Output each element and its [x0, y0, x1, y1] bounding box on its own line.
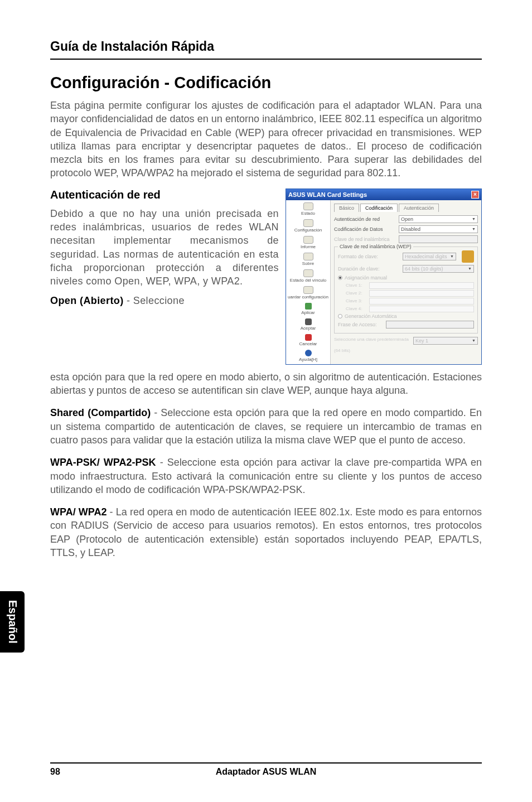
codificacion-datos-dropdown[interactable]: Disabled ▼: [399, 225, 478, 233]
sidebar-label: Cancelar: [299, 341, 317, 346]
bottom-note: Seleccione una clave predeterminada Key …: [334, 337, 478, 345]
radio-label: Asignación manual: [345, 275, 387, 281]
accept-icon: [305, 318, 312, 325]
sidebar-item-configuracion[interactable]: Configuración: [287, 219, 329, 233]
two-column-block: Autenticación de red Debido a que no hay…: [50, 189, 482, 365]
status-icon: [303, 202, 313, 210]
sidebar-item-cancelar[interactable]: Cancelar: [287, 334, 329, 346]
note-text: Seleccione una clave predeterminada: [334, 337, 409, 345]
wpapsk-bold: WPA-PSK/ WPA2-PSK: [50, 457, 156, 468]
shared-bold: Shared (Compartido): [50, 407, 151, 418]
clave-1-input: [369, 282, 474, 289]
config-icon: [303, 219, 313, 227]
radio-auto: Generación Automática: [338, 313, 474, 319]
sidebar-label: Estado del vínculo: [290, 278, 326, 283]
dialog-tabs: Básico Codificación Autenticación: [334, 204, 478, 212]
field-label: Clave de red inalámbrica: [334, 236, 395, 242]
header-divider: [50, 59, 482, 60]
frase-acceso-input: [386, 321, 474, 328]
field-frase-acceso: Frase de Acceso:: [338, 321, 474, 328]
bits-text: (64 bits): [334, 348, 350, 353]
sidebar-item-guardar[interactable]: uardar configuración: [287, 286, 329, 299]
open-paragraph: esta opción para que la red opere en mod…: [50, 370, 482, 398]
sidebar-item-aplicar[interactable]: Aplicar: [287, 303, 329, 315]
cancel-icon: [305, 334, 312, 341]
footer-center: Adaptador ASUS WLAN: [216, 767, 317, 777]
field-clave-red: Clave de red inalámbrica: [334, 235, 478, 243]
autenticacion-red-dropdown[interactable]: Open ▼: [399, 215, 478, 223]
sidebar-item-vinculo[interactable]: Estado del vínculo: [287, 269, 329, 283]
chevron-down-icon: ▼: [472, 339, 476, 342]
left-column-text: Debido a que no hay una unión precisada …: [50, 207, 279, 288]
clave-3-row: Clave 3:: [338, 298, 474, 305]
tab-codificacion[interactable]: Codificación: [360, 204, 398, 212]
dialog-sidebar: Estado Configuración Informe Sobre: [286, 200, 331, 364]
report-icon: [303, 236, 313, 244]
tab-basico[interactable]: Básico: [334, 204, 359, 212]
field-label: Duración de clave:: [338, 266, 399, 272]
chevron-down-icon: ▼: [450, 254, 454, 258]
chevron-down-icon: ▼: [472, 217, 476, 221]
sidebar-label: uardar configuración: [288, 294, 328, 299]
shared-paragraph: Shared (Compartido) - Seleccione esta op…: [50, 406, 482, 447]
close-icon[interactable]: ×: [471, 191, 479, 199]
clave-label: Clave 2:: [346, 291, 367, 296]
clave-label: Clave 4:: [346, 306, 367, 311]
clave-label: Clave 3:: [346, 298, 367, 303]
tab-autenticacion[interactable]: Autenticación: [399, 204, 439, 212]
apply-icon: [305, 303, 312, 310]
key-select-dropdown: Key 1 ▼: [413, 337, 478, 345]
wpa-bold: WPA/ WPA2: [50, 506, 107, 518]
page-header: Guía de Instalación Rápida: [50, 39, 482, 54]
bits-note: (64 bits): [334, 348, 478, 353]
formato-dropdown: Hexadecimal digits ▼: [403, 253, 456, 260]
wpa-paragraph: WPA/ WPA2 - La red opera en modo de aute…: [50, 505, 482, 559]
sidebar-item-sobre[interactable]: Sobre: [287, 253, 329, 266]
field-label: Formato de clave:: [338, 254, 399, 259]
help-icon: [305, 350, 312, 356]
clave-1-row: Clave 1:: [338, 282, 474, 289]
sidebar-label: Aplicar: [301, 310, 315, 315]
sidebar-item-ayuda[interactable]: Ayuda[H]: [287, 350, 329, 362]
sidebar-item-informe[interactable]: Informe: [287, 236, 329, 249]
field-formato: Formato de clave: Hexadecimal digits ▼: [338, 250, 474, 263]
field-autenticacion-red: Autenticación de red Open ▼: [334, 215, 478, 223]
field-label: Codificación de Datos: [334, 226, 395, 232]
field-duracion: Duración de clave: 64 bits (10 digits) ▼: [338, 265, 474, 273]
radio-label: Generación Automática: [345, 313, 397, 319]
clave-red-input: [399, 235, 478, 243]
intro-paragraph: Esta página permite configurar los ajust…: [50, 99, 482, 180]
dropdown-value: Key 1: [415, 338, 428, 344]
open-lead-line: Open (Abierto) - Seleccione: [50, 294, 279, 307]
dropdown-value: Hexadecimal digits: [405, 254, 447, 259]
subheading-autenticacion: Autenticación de red: [50, 189, 279, 201]
radio-icon: [338, 276, 342, 280]
open-bold: Open (Abierto): [50, 295, 124, 306]
clave-label: Clave 1:: [346, 283, 367, 288]
sidebar-label: Ayuda[H]: [299, 357, 317, 362]
clave-4-row: Clave 4:: [338, 306, 474, 312]
clave-4-input: [369, 306, 474, 312]
groupbox-title: Clave de red inalámbrica (WEP): [338, 244, 413, 249]
sidebar-label: Aceptar: [301, 326, 316, 331]
sidebar-label: Informe: [301, 244, 316, 249]
clave-3-input: [369, 298, 474, 305]
field-codificacion-datos: Codificación de Datos Disabled ▼: [334, 225, 478, 233]
sidebar-label: Sobre: [302, 261, 314, 266]
dropdown-value: Open: [401, 216, 413, 222]
settings-dialog: ASUS WLAN Card Settings × Estado Configu…: [286, 189, 482, 365]
field-label: Autenticación de red: [334, 216, 395, 222]
clave-2-row: Clave 2:: [338, 290, 474, 297]
chevron-down-icon: ▼: [468, 267, 472, 270]
about-icon: [303, 253, 313, 260]
chevron-down-icon: ▼: [472, 227, 476, 231]
dropdown-value: 64 bits (10 digits): [405, 266, 443, 272]
clave-2-input: [369, 290, 474, 297]
section-title: Configuración - Codificación: [50, 74, 482, 92]
language-tab: Español: [0, 591, 25, 653]
duracion-dropdown: 64 bits (10 digits) ▼: [403, 265, 474, 273]
sidebar-item-aceptar[interactable]: Aceptar: [287, 318, 329, 331]
lock-icon: [462, 250, 474, 263]
dialog-main: Básico Codificación Autenticación Autent…: [331, 200, 481, 364]
sidebar-item-estado[interactable]: Estado: [287, 202, 329, 216]
